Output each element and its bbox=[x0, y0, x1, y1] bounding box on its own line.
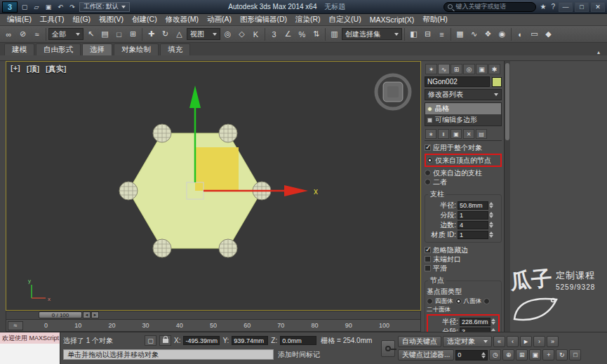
tab-modeling[interactable]: 建模 bbox=[4, 43, 34, 55]
tab-freeform[interactable]: 自由形式 bbox=[36, 43, 81, 55]
menu-tools[interactable]: 工具(T) bbox=[36, 15, 68, 25]
checkbox-icon[interactable] bbox=[425, 144, 431, 151]
set-keys-button[interactable] bbox=[381, 340, 395, 357]
snaps-toggle-icon[interactable]: 3 bbox=[267, 27, 281, 41]
reference-coordinate-dropdown[interactable]: 视图 bbox=[187, 28, 220, 40]
tab-selection[interactable]: 选择 bbox=[82, 43, 112, 55]
strut-material-id-field[interactable]: 1 bbox=[458, 231, 488, 239]
menu-group[interactable]: 组(G) bbox=[68, 15, 95, 25]
keyboard-shortcut-override-icon[interactable]: K bbox=[249, 27, 262, 41]
remove-modifier-icon[interactable]: ✕ bbox=[463, 129, 474, 139]
go-to-end-icon[interactable]: » bbox=[547, 336, 559, 347]
stack-item-editable-poly[interactable]: 可编辑多边形 bbox=[425, 114, 501, 126]
show-end-result-icon[interactable]: ‖ bbox=[438, 129, 449, 139]
layer-manager-icon[interactable]: ≡ bbox=[435, 27, 448, 41]
open-file-icon[interactable]: ▱ bbox=[32, 2, 41, 12]
radio-icon[interactable] bbox=[455, 298, 462, 304]
strut-sides-field[interactable]: 4 bbox=[458, 221, 488, 229]
spinner-arrows[interactable] bbox=[489, 212, 493, 218]
menu-graph-editors[interactable]: 图形编辑器(D) bbox=[236, 15, 291, 25]
spinner-arrows[interactable] bbox=[481, 352, 486, 358]
minimize-button[interactable]: — bbox=[559, 2, 573, 12]
menu-animation[interactable]: 动画(A) bbox=[203, 15, 236, 25]
next-frame-icon[interactable]: › bbox=[533, 336, 545, 347]
radio-icon[interactable] bbox=[483, 298, 490, 304]
select-and-rotate-icon[interactable]: ↻ bbox=[159, 27, 172, 41]
object-name-field[interactable]: NGon002 bbox=[425, 76, 490, 87]
help-icon[interactable]: ? bbox=[549, 3, 556, 11]
ribbon-collapse-icon[interactable]: ▴ bbox=[594, 49, 603, 55]
use-pivot-point-icon[interactable]: ◎ bbox=[221, 27, 234, 41]
viewport-shading-menu[interactable]: [真实] bbox=[46, 64, 66, 74]
infocenter-search[interactable]: 键入关键字或短语 bbox=[443, 2, 536, 12]
menu-rendering[interactable]: 渲染(R) bbox=[291, 15, 325, 25]
select-object-icon[interactable]: ↖ bbox=[84, 27, 98, 41]
save-file-icon[interactable]: ▣ bbox=[44, 2, 53, 12]
menu-modifiers[interactable]: 修改器(M) bbox=[161, 15, 203, 25]
ignore-hidden-edges-checkbox[interactable]: 忽略隐藏边 bbox=[425, 245, 502, 255]
redo-icon[interactable]: ↷ bbox=[67, 2, 77, 12]
zoom-extents-icon[interactable]: ▣ bbox=[529, 349, 541, 360]
radio-icon[interactable] bbox=[427, 157, 433, 163]
menu-views[interactable]: 视图(V) bbox=[95, 15, 128, 25]
key-selection-set-dropdown[interactable]: 选定对象 bbox=[443, 336, 492, 347]
modifier-list-dropdown[interactable]: 修改器列表 bbox=[425, 89, 502, 100]
stack-item-lattice[interactable]: 晶格 bbox=[425, 103, 501, 114]
time-slider[interactable]: 0 / 100 ◄ ► bbox=[6, 311, 421, 320]
listener-line[interactable] bbox=[0, 344, 60, 364]
radio-icon[interactable] bbox=[425, 179, 431, 185]
x-coordinate-field[interactable]: -495.39mm bbox=[183, 336, 220, 345]
isolate-selection-icon[interactable]: ▢ bbox=[145, 335, 156, 346]
angle-snap-icon[interactable]: ∠ bbox=[281, 27, 295, 41]
spinner-arrows[interactable] bbox=[489, 202, 493, 208]
undo-icon[interactable]: ↶ bbox=[55, 2, 65, 12]
mini-curve-editor-icon[interactable]: ≈ bbox=[8, 321, 23, 330]
render-setup-icon[interactable]: ◐ bbox=[514, 27, 527, 41]
menu-customize[interactable]: 自定义(U) bbox=[325, 15, 366, 25]
both-radio[interactable]: 二者 bbox=[425, 177, 502, 187]
pan-icon[interactable]: + bbox=[542, 349, 554, 360]
radio-icon[interactable] bbox=[427, 298, 433, 304]
tab-modify-icon[interactable]: ∿ bbox=[438, 64, 450, 74]
zoom-icon[interactable]: ⊕ bbox=[502, 349, 514, 360]
spinner-snap-icon[interactable]: ⇅ bbox=[309, 27, 323, 41]
graphite-ribbon-icon[interactable]: ▦ bbox=[453, 27, 467, 41]
named-selection-set-combobox[interactable]: 创建选择集 bbox=[342, 28, 402, 40]
z-coordinate-field[interactable]: 0.0mm bbox=[280, 336, 316, 345]
pin-stack-icon[interactable]: ∗ bbox=[425, 129, 436, 139]
tab-hierarchy-icon[interactable]: ⊞ bbox=[451, 64, 462, 74]
joint-radius-field[interactable]: 228.6mm bbox=[460, 318, 491, 326]
bind-to-space-warp-icon[interactable]: ≈ bbox=[30, 27, 44, 41]
tab-motion-icon[interactable]: ◎ bbox=[463, 64, 475, 74]
next-frame-arrow-icon[interactable]: ► bbox=[91, 311, 99, 318]
auto-key-button[interactable]: 自动关键点 bbox=[398, 336, 441, 347]
smooth-checkbox[interactable]: 平滑 bbox=[425, 264, 502, 273]
command-panel-scrollbar[interactable] bbox=[504, 61, 510, 332]
checkbox-icon[interactable] bbox=[425, 265, 431, 271]
viewcube[interactable] bbox=[376, 75, 410, 109]
named-selection-sets-icon[interactable]: ▥ bbox=[328, 27, 341, 41]
previous-frame-arrow-icon[interactable]: ◄ bbox=[83, 311, 91, 318]
gizmo-xy-plane-handle[interactable] bbox=[195, 147, 239, 191]
select-and-move-icon[interactable]: ✚ bbox=[145, 27, 158, 41]
viewport-top[interactable]: [+] [顶] [真实] bbox=[6, 61, 421, 311]
strut-segments-field[interactable]: 1 bbox=[458, 211, 488, 220]
viewport-general-menu[interactable]: [+] bbox=[11, 64, 20, 74]
maximize-viewport-icon[interactable]: □ bbox=[569, 349, 581, 360]
zoom-all-icon[interactable]: ⊞ bbox=[516, 349, 528, 360]
mirror-icon[interactable]: ◧ bbox=[407, 27, 420, 41]
unlink-selection-icon[interactable]: ⊘ bbox=[16, 27, 29, 41]
object-color-swatch[interactable] bbox=[492, 77, 502, 87]
material-editor-icon[interactable]: ◉ bbox=[495, 27, 509, 41]
radio-icon[interactable] bbox=[425, 170, 431, 176]
current-frame-field[interactable]: 0 bbox=[455, 350, 488, 360]
tab-object-paint[interactable]: 对象绘制 bbox=[114, 43, 159, 55]
time-configuration-icon[interactable]: ◷ bbox=[489, 349, 501, 360]
strut-radius-field[interactable]: 50.8mm bbox=[458, 201, 488, 210]
spinner-arrows[interactable] bbox=[489, 231, 493, 238]
modifier-bulb-icon[interactable] bbox=[427, 107, 432, 112]
select-and-link-icon[interactable]: ∞ bbox=[2, 27, 15, 41]
play-icon[interactable]: ► bbox=[520, 336, 532, 347]
track-bar[interactable]: ≈ 0 10 20 30 40 50 60 70 80 90 100 bbox=[6, 320, 421, 332]
make-unique-icon[interactable]: ▣ bbox=[451, 129, 462, 139]
